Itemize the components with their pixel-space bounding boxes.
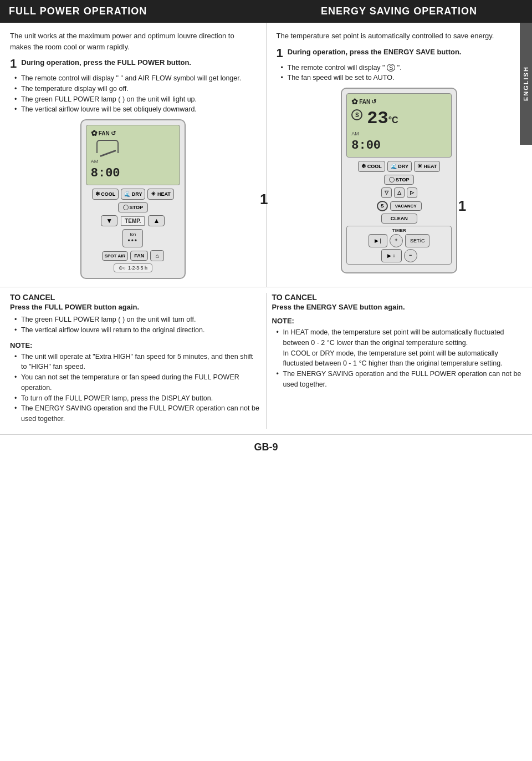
dry-button[interactable]: 🌊 DRY [121, 189, 145, 200]
left-step-number: 1 [10, 58, 17, 70]
energy-button[interactable]: S [377, 201, 388, 211]
left-remote-wrapper: ✿ FAN ↺ AM 8:00 COO [10, 119, 256, 279]
fan-button[interactable]: FAN [130, 251, 148, 261]
left-cancel-bullet-2: The vertical airflow louvre will return … [14, 325, 260, 336]
right-bullet-2: The fan speed will be set to AUTO. [281, 73, 523, 83]
fan-rotate-icon: ↺ [111, 130, 116, 137]
timer-buttons-row2: ▶ ○ − [349, 249, 449, 262]
right-fan-rotate-icon: ↺ [371, 98, 376, 105]
left-bullet-4: The vertical airflow louvre will be set … [14, 104, 256, 115]
right-cancel-title: TO CANCEL [272, 293, 523, 302]
left-bullet-3: The green FULL POWER lamp ( ) on the uni… [14, 94, 256, 105]
cool-button[interactable]: COOL [92, 189, 119, 200]
right-note-bullets: In HEAT mode, the temperature set point … [272, 327, 523, 390]
right-stop-button[interactable]: STOP [384, 175, 414, 185]
right-remote: ✿ FAN ↺ S 23 °C [341, 88, 457, 273]
left-cancel-title: TO CANCEL [10, 293, 260, 302]
left-cancel-bullets: The green FULL POWER lamp ( ) on the uni… [10, 314, 260, 336]
right-fan-sun-icon: ✿ [351, 97, 358, 106]
left-note-bullet-2: You can not set the temperature or fan s… [14, 372, 260, 393]
left-stop-row: STOP [86, 202, 180, 212]
left-mode-buttons: COOL 🌊 DRY HEAT [86, 189, 180, 200]
right-step-text: During operation, press the ENERGY SAVE … [288, 47, 462, 57]
temp-up-button[interactable]: ▲ [148, 215, 165, 226]
right-column: ENGLISH The temperature set point is aut… [267, 23, 533, 287]
left-temp-row: ▼ TEMP. ▲ [86, 215, 180, 226]
bottom-right: TO CANCEL Press the ENERGY SAVE button a… [266, 293, 523, 429]
right-header: ENERGY SAVING OPERATION [266, 0, 532, 23]
right-note-bullet-2: The ENERGY SAVING operation and the FULL… [277, 369, 523, 390]
timer-section-label: TIMER [349, 228, 449, 233]
right-remote-wrapper: ✿ FAN ↺ S 23 °C [277, 88, 523, 273]
temp-down-button[interactable]: ▼ [101, 215, 117, 226]
vacancy-button[interactable]: VACANCY [390, 201, 422, 211]
left-intro: The unit works at the maximum power and … [10, 31, 256, 52]
timer-plus-button[interactable]: + [390, 234, 403, 247]
right-clean-row: CLEAN [346, 214, 452, 224]
timer-label: 1·2·3·5 h [128, 265, 147, 271]
timer-buttons-row1: ▶ | + SET/C [349, 234, 449, 247]
degree-c-label: °C [388, 115, 398, 125]
page-number: GB-9 [0, 434, 532, 458]
right-vacancy-row: S VACANCY 1 [346, 201, 452, 211]
right-temp-display: 23 [367, 108, 388, 129]
right-am-label: AM [351, 131, 447, 136]
right-mode-buttons: COOL 🌊 DRY HEAT [346, 161, 452, 172]
right-step-annotation: 1 [458, 197, 466, 215]
right-heat-button[interactable]: HEAT [414, 161, 440, 172]
left-note-bullet-1: The unit will operate at "Extra HIGH" fa… [14, 352, 260, 373]
right-stop-row: STOP [346, 175, 452, 185]
left-step-text: During operation, press the FULL POWER b… [21, 58, 191, 68]
right-bullets: The remote control will display " S ". T… [277, 63, 523, 84]
right-intro: The temperature set point is automatical… [277, 31, 523, 42]
heat-button[interactable]: HEAT [147, 189, 173, 200]
stop-circle-icon [123, 205, 129, 210]
left-note-bullet-4: The ENERGY SAVING operation and the FULL… [14, 403, 260, 424]
timer-play-button[interactable]: ▶ | [369, 234, 387, 247]
bottom-left: TO CANCEL Press the FULL POWER button ag… [10, 293, 266, 429]
fan-sun-icon: ✿ [91, 129, 98, 138]
right-step1: 1 During operation, press the ENERGY SAV… [277, 47, 523, 59]
set-c-button[interactable]: SET/C [405, 234, 430, 247]
left-column: The unit works at the maximum power and … [0, 23, 267, 287]
ion-button[interactable]: Ion ••• [122, 229, 143, 247]
right-remote-display: ✿ FAN ↺ S 23 °C [346, 93, 452, 158]
right-fan-label: FAN [359, 99, 370, 105]
left-bullet-2: The temperature display will go off. [14, 84, 256, 94]
left-fan-label: FAN [99, 130, 110, 136]
right-cancel-sub: Press the ENERGY SAVE button again. [272, 303, 523, 311]
arrow-up-button[interactable]: △ [394, 187, 405, 198]
stop-button[interactable]: STOP [118, 202, 148, 212]
right-note-bullet-1: In HEAT mode, the temperature set point … [277, 327, 523, 369]
left-step1: 1 During operation, press the FULL POWER… [10, 58, 256, 70]
clean-button[interactable]: CLEAN [381, 214, 417, 224]
left-timer-row: ⊙○ 1·2·3·5 h [86, 263, 180, 272]
left-note-title: NOTE: [10, 341, 260, 349]
right-step-number: 1 [277, 47, 283, 59]
left-cancel-bullet-1: The green FULL POWER lamp ( ) on the uni… [14, 314, 260, 325]
right-timer-section: TIMER ▶ | + SET/C ▶ ○ − [346, 226, 452, 265]
right-stop-circle-icon [389, 177, 395, 182]
left-header: FULL POWER OPERATION [0, 0, 266, 23]
right-note-title: NOTE: [272, 317, 523, 325]
arrow-right-button[interactable]: ▷ [407, 187, 417, 198]
left-remote-display: ✿ FAN ↺ AM 8:00 [86, 125, 180, 185]
spot-air-button[interactable]: SPOT AIR [102, 251, 128, 261]
arrow-down-left-button[interactable]: ▽ [381, 187, 392, 198]
left-ion-row: Ion ••• [86, 229, 180, 247]
right-cool-button[interactable]: COOL [358, 161, 385, 172]
timer-minus-button[interactable]: − [404, 249, 417, 262]
left-remote: ✿ FAN ↺ AM 8:00 COO [80, 119, 186, 279]
left-note-bullet-3: To turn off the FULL POWER lamp, press t… [14, 393, 260, 404]
timer-play2-button[interactable]: ▶ ○ [381, 249, 402, 262]
right-bullet-1: The remote control will display " S ". [281, 63, 523, 73]
left-bottom-row: SPOT AIR FAN ⌂ [86, 250, 180, 261]
right-dry-button[interactable]: 🌊 DRY [387, 161, 412, 172]
left-am-label: AM [91, 159, 175, 164]
left-bullets: The remote control will display " " and … [10, 73, 256, 115]
left-note-bullets: The unit will operate at "Extra HIGH" fa… [10, 352, 260, 424]
left-bullet-1: The remote control will display " " and … [14, 73, 256, 84]
timer-display: ⊙○ 1·2·3·5 h [114, 263, 152, 272]
temp-label: TEMP. [121, 216, 145, 226]
full-power-button[interactable]: ⌂ [150, 250, 164, 261]
